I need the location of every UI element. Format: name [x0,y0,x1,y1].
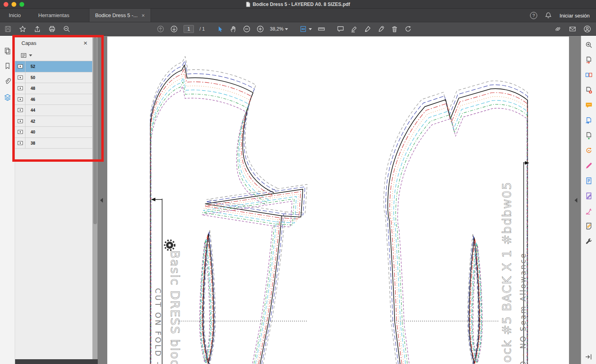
help-icon[interactable]: ? [530,12,537,19]
tab-tools[interactable]: Herramientas [29,9,78,22]
find-tool-icon[interactable] [585,41,593,49]
tab-close-icon[interactable]: × [141,12,145,19]
highlight-tool-button[interactable] [350,25,358,33]
bookmarks-icon[interactable] [4,62,12,70]
page-number-input[interactable]: 1 [184,25,194,33]
pdf-page: Basic DRESS block CUT ON FOLD - block #5… [107,37,569,364]
layers-icon[interactable] [4,93,12,101]
previous-page-button[interactable] [157,25,164,33]
zoom-window-button[interactable] [19,2,24,7]
front-fold-label: CUT ON FOLD - [154,288,163,364]
email-button[interactable] [569,25,577,33]
measure-tool-button[interactable] [317,25,325,33]
page-total-label: / 1 [199,26,205,32]
document-icon [246,2,250,7]
save-button[interactable] [4,25,12,33]
compress-pdf-icon[interactable] [585,132,593,139]
tab-bar: Inicio Herramientas Bodice Dress 5 -... … [0,9,596,22]
close-window-button[interactable] [4,2,8,7]
acrobat-window: { "window": { "title": "Bodice Dress 5 -… [0,0,596,364]
chevron-down-icon [285,28,288,30]
tab-document-label: Bodice Dress 5 -... [95,12,137,18]
share-button[interactable] [33,25,41,33]
zoom-out-button[interactable] [243,25,251,33]
back-fold-label: LD - NO Seam Allowance [519,252,527,364]
brand-logo [165,240,175,250]
edit-pdf-icon[interactable] [585,162,593,170]
open-tools-pane-icon[interactable] [584,353,592,361]
sticky-note-icon[interactable] [585,222,593,230]
front-piece-label: Basic DRESS block [168,250,182,364]
next-page-button[interactable] [170,25,178,33]
main-toolbar: 1 / 1 38,2% [0,22,596,36]
account-avatar[interactable] [583,25,591,33]
window-title: Bodice Dress 5 - LAYERED A0. 8 SIZES.pdf [253,2,350,7]
sign-request-icon[interactable] [585,207,593,215]
collapse-right-panel-handle[interactable] [575,198,577,203]
collapse-left-panel-handle[interactable] [100,198,103,203]
comment-tool-button[interactable] [337,25,344,33]
page-thumbnails-icon[interactable] [4,47,12,55]
panel-horizontal-scrollbar[interactable] [15,359,98,364]
chevron-down-icon [309,28,312,30]
combine-files-icon[interactable] [585,116,593,124]
back-piece-label: block #5 BACK X 1 #bdbw05 [500,182,514,364]
share-link-button[interactable] [554,25,562,33]
tools-rail [581,36,596,364]
attachments-icon[interactable] [4,77,12,85]
action-wizard-icon[interactable] [585,147,593,155]
star-button[interactable] [19,25,27,33]
comment-tools-icon[interactable] [585,101,593,109]
rotate-tool-button[interactable] [404,25,412,33]
hand-tool-button[interactable] [229,25,237,33]
pattern-drawing: Basic DRESS block CUT ON FOLD - block #5… [107,37,569,364]
tab-home[interactable]: Inicio [0,9,29,22]
fill-and-sign-icon[interactable] [585,177,593,185]
tab-document[interactable]: Bodice Dress 5 -... × [89,9,151,22]
prepare-form-icon[interactable] [585,192,593,200]
more-tools-icon[interactable] [585,237,593,245]
minimize-window-button[interactable] [12,2,16,7]
document-scroll-area[interactable]: Basic DRESS block CUT ON FOLD - block #5… [98,36,581,364]
annotation-highlight [12,35,104,162]
export-pdf-icon[interactable] [585,56,593,64]
zoom-in-button[interactable] [256,25,264,33]
traffic-lights [4,2,24,7]
pattern-size-outlines [150,56,528,364]
fill-sign-tool-button[interactable] [377,25,385,33]
search-button[interactable] [63,25,71,33]
sign-tool-button[interactable] [364,25,372,33]
select-tool-button[interactable] [216,25,224,33]
fit-width-button[interactable] [299,25,312,33]
zoom-level-dropdown[interactable]: 38,2% [270,26,288,32]
bell-icon[interactable] [544,12,552,19]
titlebar: Bodice Dress 5 - LAYERED A0. 8 SIZES.pdf [0,0,596,9]
delete-tool-button[interactable] [391,25,399,33]
print-button[interactable] [48,25,56,33]
create-pdf-icon[interactable] [585,86,593,94]
organize-pages-icon[interactable] [585,71,593,79]
sign-in-button[interactable]: Iniciar sesión [559,13,590,19]
